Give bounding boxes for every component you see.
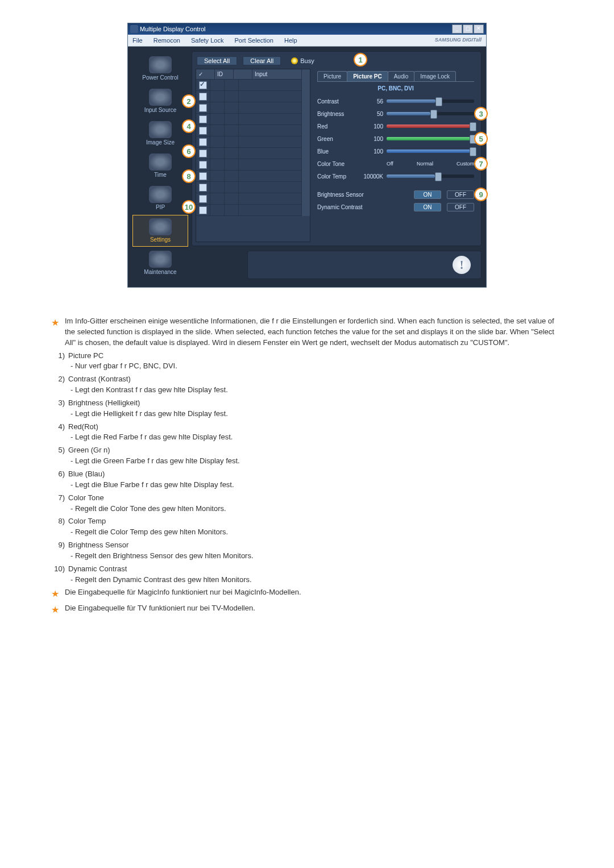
item-desc: - Legt die Red Farbe f r das gew hlte Di… [68, 432, 563, 443]
grid-row[interactable] [196, 148, 302, 159]
callout-5: 5 [474, 132, 488, 146]
row-checkbox[interactable] [199, 206, 207, 214]
brightness-slider[interactable] [387, 112, 474, 115]
item-desc: - Legt die Blue Farbe f r das gew hlte D… [68, 480, 563, 491]
item-title: Red(Rot) [68, 422, 98, 431]
item-desc: - Nur verf gbar f r PC, BNC, DVI. [68, 361, 563, 372]
nav-input-source[interactable]: Input Source [132, 85, 188, 117]
app-icon [130, 25, 138, 33]
grid-row[interactable] [196, 114, 302, 125]
item-title: Picture PC [68, 351, 103, 360]
tab-picture-pc[interactable]: Picture PC [347, 71, 388, 81]
green-value: 100 [363, 136, 383, 142]
row-checkbox[interactable] [199, 138, 207, 146]
dynamic-contrast-on[interactable]: ON [414, 203, 441, 211]
row-checkbox[interactable] [199, 195, 207, 203]
red-slider[interactable] [387, 124, 474, 128]
grid-row[interactable] [196, 205, 302, 216]
nav-pip[interactable]: PIP [132, 182, 188, 214]
row-checkbox[interactable] [199, 184, 207, 192]
grid-header-checkbox[interactable]: ✓ [196, 69, 215, 79]
app-window: Multiple Display Control _ ▢ ✕ File Remo… [127, 23, 487, 288]
callout-7: 7 [474, 157, 488, 171]
clear-all-button[interactable]: Clear All [243, 56, 281, 65]
nav-time[interactable]: Time [132, 150, 188, 182]
menu-port-selection[interactable]: Port Selection [230, 36, 277, 45]
image-size-icon [149, 121, 172, 138]
blue-label: Blue [317, 148, 359, 155]
brightness-value: 50 [363, 111, 383, 117]
input-icon [149, 89, 172, 106]
callout-2: 2 [182, 94, 196, 108]
grid-header-status [234, 69, 252, 79]
grid-header-id: ID [215, 69, 234, 79]
color-tone-selector[interactable]: OffNormalCustom [387, 161, 474, 167]
item-number: 1) [51, 351, 68, 372]
menu-safety-lock[interactable]: Safety Lock [186, 36, 228, 45]
star-icon: ★ [51, 603, 65, 616]
row-checkbox[interactable] [199, 127, 207, 135]
close-button[interactable]: ✕ [474, 24, 484, 34]
nav-image-size[interactable]: Image Size [132, 118, 188, 149]
callout-9: 9 [474, 188, 488, 201]
row-checkbox[interactable] [199, 161, 207, 169]
select-all-button[interactable]: Select All [197, 56, 237, 65]
note-info-grid: Im Info-Gitter erscheinen einige wesentl… [65, 316, 563, 348]
grid-row[interactable] [196, 136, 302, 148]
brightness-sensor-off[interactable]: OFF [447, 190, 474, 199]
contrast-label: Contrast [317, 98, 359, 105]
row-checkbox[interactable] [199, 149, 207, 157]
dynamic-contrast-off[interactable]: OFF [447, 203, 474, 211]
item-title: Blue (Blau) [68, 470, 105, 478]
menu-help[interactable]: Help [280, 36, 302, 45]
menubar: File Remocon Safety Lock Port Selection … [128, 35, 486, 47]
maintenance-icon [149, 251, 172, 268]
star-icon: ★ [51, 316, 65, 348]
item-title: Green (Gr n) [68, 446, 110, 454]
item-desc: - Regelt die Color Tone des gew hlten Mo… [68, 504, 563, 514]
tab-audio[interactable]: Audio [388, 71, 415, 81]
minimize-button[interactable]: _ [452, 24, 462, 34]
grid-scrollbar[interactable] [302, 69, 310, 216]
color-tone-label: Color Tone [317, 161, 359, 167]
contrast-slider[interactable] [387, 99, 474, 103]
item-desc: - Regelt den Dynamic Contrast des gew hl… [68, 575, 563, 585]
callout-10: 10 [182, 200, 196, 214]
grid-row[interactable] [196, 102, 302, 114]
row-checkbox[interactable] [199, 93, 207, 101]
nav-power-control[interactable]: Power Control [132, 53, 188, 85]
brightness-sensor-on[interactable]: ON [414, 190, 441, 199]
nav-maintenance[interactable]: Maintenance [132, 247, 188, 279]
nav-settings[interactable]: Settings [132, 215, 188, 247]
color-temp-label: Color Temp [317, 173, 359, 180]
item-title: Brightness (Helligkeit) [68, 398, 140, 407]
grid-row[interactable] [196, 159, 302, 171]
dynamic-contrast-label: Dynamic Contrast [317, 204, 380, 210]
tab-image-lock[interactable]: Image Lock [414, 71, 456, 81]
tab-picture[interactable]: Picture [317, 71, 347, 81]
blue-slider[interactable] [387, 149, 474, 153]
item-desc: - Legt den Kontrast f r das gew hlte Dis… [68, 385, 563, 396]
maximize-button[interactable]: ▢ [463, 24, 473, 34]
grid-row[interactable] [196, 182, 302, 193]
item-title: Dynamic Contrast [68, 564, 127, 573]
grid-row[interactable] [196, 125, 302, 136]
green-slider[interactable] [387, 137, 474, 140]
callout-4: 4 [182, 119, 196, 133]
grid-row[interactable] [196, 80, 302, 91]
menu-remocon[interactable]: Remocon [149, 36, 185, 45]
row-checkbox[interactable] [199, 172, 207, 180]
color-temp-slider[interactable] [387, 175, 474, 178]
grid-row[interactable] [196, 193, 302, 205]
menu-file[interactable]: File [128, 36, 147, 45]
grid-row[interactable] [196, 91, 302, 102]
callout-6: 6 [182, 144, 196, 158]
grid-row[interactable] [196, 171, 302, 182]
blue-value: 100 [363, 148, 383, 155]
row-checkbox[interactable] [199, 81, 207, 89]
red-value: 100 [363, 123, 383, 130]
callout-1: 1 [354, 53, 367, 67]
item-number: 4) [51, 422, 68, 443]
row-checkbox[interactable] [199, 115, 207, 123]
row-checkbox[interactable] [199, 104, 207, 112]
